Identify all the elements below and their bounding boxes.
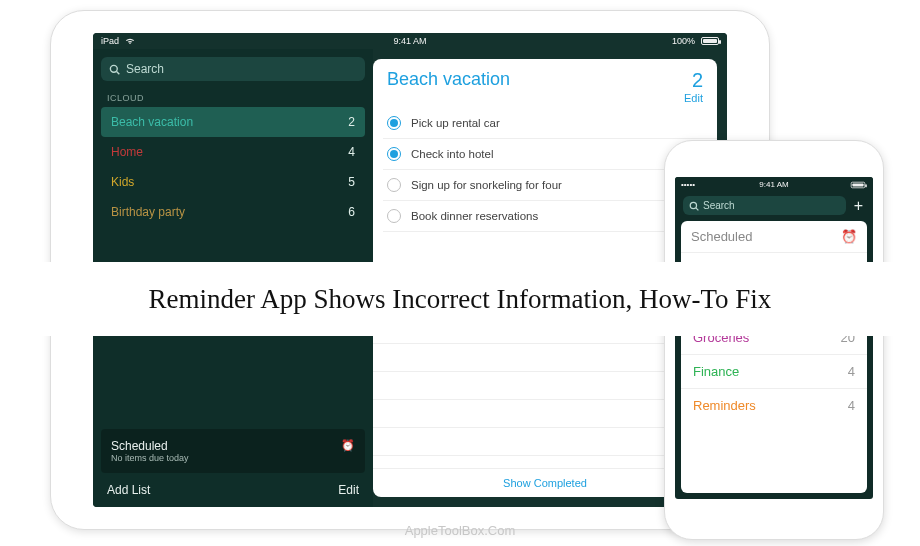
- add-button[interactable]: +: [852, 197, 865, 215]
- headline-banner: Reminder App Shows Incorrect Information…: [0, 262, 920, 336]
- clock-label: 9:41 AM: [393, 36, 426, 46]
- sidebar-item[interactable]: Kids5: [101, 167, 365, 197]
- sidebar-item-count: 2: [348, 115, 355, 129]
- panel-edit-button[interactable]: Edit: [684, 92, 703, 104]
- headline-text: Reminder App Shows Incorrect Information…: [149, 284, 772, 315]
- panel-title: Beach vacation: [387, 69, 510, 104]
- task-radio[interactable]: [387, 116, 401, 130]
- sidebar-item-label: Beach vacation: [111, 115, 193, 129]
- search-input[interactable]: Search: [101, 57, 365, 81]
- search-icon: [109, 64, 120, 75]
- ipad-status-bar: iPad 9:41 AM 100%: [93, 33, 727, 49]
- task-row[interactable]: Pick up rental car: [383, 108, 717, 139]
- scheduled-row[interactable]: Scheduled ⏰: [681, 221, 867, 252]
- svg-point-0: [110, 65, 117, 72]
- task-label: Pick up rental car: [411, 117, 500, 129]
- sidebar-item-label: Birthday party: [111, 205, 185, 219]
- scheduled-subtitle: No items due today: [111, 453, 189, 463]
- sidebar-item-count: 5: [348, 175, 355, 189]
- alarm-icon: ⏰: [341, 439, 355, 452]
- sidebar-item[interactable]: Home4: [101, 137, 365, 167]
- sidebar-item[interactable]: Beach vacation2: [101, 107, 365, 137]
- device-label: iPad: [101, 36, 119, 46]
- sidebar-item-label: Kids: [111, 175, 134, 189]
- section-label: ICLOUD: [101, 91, 365, 107]
- task-label: Sign up for snorkeling for four: [411, 179, 562, 191]
- search-input[interactable]: Search: [683, 196, 846, 215]
- list-item[interactable]: Finance4: [681, 354, 867, 388]
- signal-icon: •••••: [681, 180, 695, 189]
- sidebar-edit-button[interactable]: Edit: [338, 483, 359, 497]
- sidebar-item[interactable]: Birthday party6: [101, 197, 365, 227]
- wifi-icon: [125, 37, 135, 45]
- task-radio[interactable]: [387, 147, 401, 161]
- iphone-status-bar: ••••• 9:41 AM: [675, 177, 873, 192]
- list-item-label: Reminders: [693, 398, 756, 413]
- search-placeholder: Search: [126, 62, 164, 76]
- battery-icon: [701, 37, 719, 45]
- search-icon: [689, 201, 699, 211]
- battery-icon: [851, 181, 865, 187]
- sidebar-item-count: 6: [348, 205, 355, 219]
- list-item-label: Finance: [693, 364, 739, 379]
- task-radio[interactable]: [387, 209, 401, 223]
- add-list-button[interactable]: Add List: [107, 483, 150, 497]
- search-placeholder: Search: [703, 200, 735, 211]
- alarm-icon: ⏰: [841, 229, 857, 244]
- svg-line-3: [696, 207, 699, 210]
- list-item[interactable]: Reminders4: [681, 388, 867, 422]
- sidebar-item-count: 4: [348, 145, 355, 159]
- task-radio[interactable]: [387, 178, 401, 192]
- list-item-count: 4: [848, 364, 855, 379]
- iphone-device: ••••• 9:41 AM Search + Scheduled ⏰ Kids5…: [664, 140, 884, 540]
- task-label: Check into hotel: [411, 148, 493, 160]
- list-item-count: 4: [848, 398, 855, 413]
- scheduled-card[interactable]: Scheduled No items due today ⏰: [101, 429, 365, 473]
- watermark: AppleToolBox.Com: [405, 523, 516, 538]
- battery-percent: 100%: [672, 36, 695, 46]
- scheduled-title: Scheduled: [111, 439, 189, 453]
- scheduled-label: Scheduled: [691, 229, 752, 244]
- sidebar-item-label: Home: [111, 145, 143, 159]
- clock-label: 9:41 AM: [759, 180, 788, 189]
- task-label: Book dinner reservations: [411, 210, 538, 222]
- svg-point-2: [690, 202, 696, 208]
- iphone-screen: ••••• 9:41 AM Search + Scheduled ⏰ Kids5…: [675, 177, 873, 499]
- panel-count: 2: [684, 69, 703, 92]
- svg-line-1: [117, 71, 120, 74]
